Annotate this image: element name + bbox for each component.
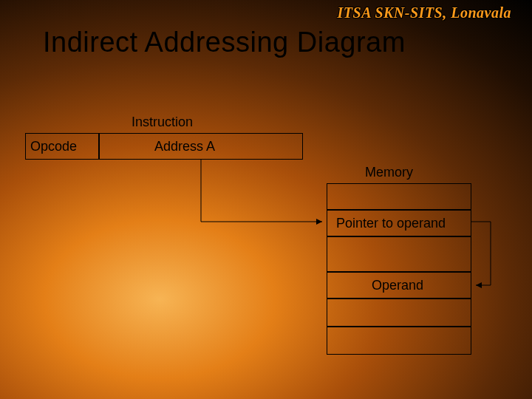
opcode-box: Opcode	[25, 133, 99, 160]
instruction-label: Instruction	[132, 115, 193, 130]
svg-marker-1	[476, 282, 482, 288]
memory-label: Memory	[365, 165, 413, 180]
watermark-text: ITSA SKN-SITS, Lonavala	[338, 4, 511, 21]
operand-text: Operand	[372, 278, 423, 293]
opcode-text: Opcode	[30, 139, 77, 154]
pointer-text: Pointer to operand	[336, 216, 446, 231]
address-box: Address A	[99, 133, 303, 160]
memory-row-5	[327, 327, 471, 355]
svg-marker-0	[316, 219, 322, 225]
memory-row-2	[327, 236, 471, 272]
slide-title: Indirect Addressing Diagram	[43, 27, 406, 58]
operand-box: Operand	[327, 272, 471, 299]
memory-row-4	[327, 299, 471, 327]
address-text: Address A	[154, 139, 215, 154]
slide: ITSA SKN-SITS, Lonavala Indirect Address…	[0, 0, 532, 399]
pointer-box: Pointer to operand	[327, 210, 471, 236]
memory-row-0	[327, 183, 471, 210]
